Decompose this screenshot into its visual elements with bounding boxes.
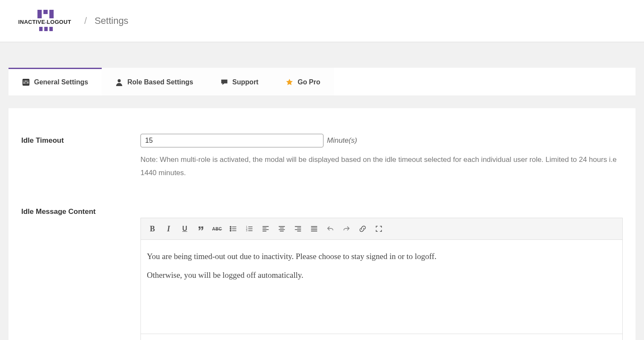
editor-toolbar: B I U ABC 123	[141, 218, 622, 240]
bold-button[interactable]: B	[145, 222, 160, 236]
align-justify-button[interactable]	[307, 222, 321, 236]
row-idle-timeout: Idle Timeout Minute(s) Note: When multi-…	[21, 134, 623, 179]
italic-button[interactable]: I	[161, 222, 176, 236]
row-idle-message: Idle Message Content B I U ABC	[21, 205, 623, 340]
tab-label: Support	[232, 78, 258, 86]
blockquote-button[interactable]	[194, 222, 208, 236]
bullet-list-icon	[229, 225, 237, 233]
svg-point-11	[27, 82, 29, 83]
svg-point-14	[230, 228, 231, 230]
brand-logo: INACTIVE LOGOUT	[13, 8, 77, 34]
svg-point-9	[23, 82, 25, 84]
redo-icon	[343, 225, 350, 233]
tab-bar: General Settings Role Based Settings Sup…	[9, 68, 635, 95]
align-left-icon	[262, 225, 269, 233]
comment-icon	[220, 78, 228, 86]
settings-panel: Idle Timeout Minute(s) Note: When multi-…	[9, 108, 635, 340]
rich-text-editor: B I U ABC 123	[140, 218, 623, 340]
idle-timeout-label: Idle Timeout	[21, 134, 140, 145]
tab-support[interactable]: Support	[207, 68, 272, 95]
align-justify-icon	[310, 225, 318, 233]
underline-button[interactable]: U	[177, 222, 192, 236]
idle-timeout-unit: Minute(s)	[327, 136, 357, 145]
editor-paragraph: Otherwise, you will be logged off automa…	[147, 271, 616, 280]
tab-general-settings[interactable]: General Settings	[9, 68, 102, 95]
tab-label: Role Based Settings	[127, 78, 193, 86]
numbered-list-button[interactable]: 123	[242, 222, 257, 236]
inactive-logout-logo-icon: INACTIVE LOGOUT	[13, 8, 77, 34]
align-center-button[interactable]	[275, 222, 289, 236]
idle-timeout-help: Note: When multi-role is activated, the …	[140, 153, 623, 179]
quote-icon	[197, 225, 205, 233]
star-icon	[286, 78, 293, 86]
numbered-list-icon: 123	[246, 225, 253, 233]
page-body: General Settings Role Based Settings Sup…	[0, 42, 644, 340]
person-icon	[115, 78, 123, 86]
svg-rect-4	[44, 27, 48, 31]
idle-message-label: Idle Message Content	[21, 205, 140, 216]
redo-button[interactable]	[339, 222, 354, 236]
editor-paragraph: You are being timed-out out due to inact…	[147, 252, 616, 261]
align-left-button[interactable]	[258, 222, 273, 236]
topbar: INACTIVE LOGOUT / Settings	[0, 0, 644, 42]
svg-text:3: 3	[246, 229, 247, 232]
svg-point-10	[26, 81, 27, 82]
tab-role-based-settings[interactable]: Role Based Settings	[102, 68, 207, 95]
svg-rect-3	[39, 27, 43, 31]
svg-rect-2	[49, 10, 54, 18]
svg-point-13	[230, 226, 231, 228]
fullscreen-button[interactable]	[372, 222, 386, 236]
align-right-icon	[294, 225, 302, 233]
tab-label: General Settings	[34, 78, 88, 86]
strikethrough-button[interactable]: ABC	[210, 222, 224, 236]
align-right-button[interactable]	[291, 222, 305, 236]
editor-statusbar	[141, 334, 622, 340]
undo-button[interactable]	[323, 222, 338, 236]
tab-label: Go Pro	[298, 78, 320, 86]
svg-point-12	[118, 79, 121, 82]
tab-go-pro[interactable]: Go Pro	[272, 68, 334, 95]
align-center-icon	[278, 225, 286, 233]
breadcrumb-separator: /	[84, 15, 87, 26]
svg-rect-1	[43, 10, 48, 14]
svg-rect-5	[49, 27, 53, 31]
idle-timeout-input[interactable]	[140, 134, 323, 147]
editor-content[interactable]: You are being timed-out out due to inact…	[141, 240, 622, 334]
link-icon	[359, 225, 366, 233]
undo-icon	[326, 225, 334, 233]
breadcrumb-title: Settings	[94, 15, 129, 26]
bullet-list-button[interactable]	[226, 222, 240, 236]
svg-text:INACTIVE LOGOUT: INACTIVE LOGOUT	[18, 19, 71, 25]
sliders-icon	[22, 78, 30, 86]
svg-point-15	[230, 230, 231, 231]
link-button[interactable]	[355, 222, 370, 236]
svg-rect-0	[37, 10, 42, 18]
fullscreen-icon	[375, 225, 383, 233]
